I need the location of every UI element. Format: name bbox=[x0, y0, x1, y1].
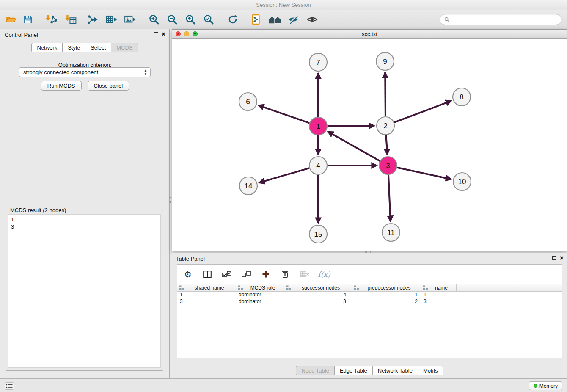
import-network-icon[interactable] bbox=[44, 13, 58, 26]
float-panel-icon[interactable] bbox=[154, 32, 158, 36]
graph-edge-2-9[interactable] bbox=[385, 72, 385, 116]
search-input[interactable] bbox=[452, 17, 557, 23]
column-header-name[interactable]: name bbox=[421, 284, 457, 291]
add-row-icon[interactable] bbox=[260, 269, 271, 280]
graph-node-11[interactable]: 11 bbox=[382, 224, 400, 241]
window-title: Session: New Session bbox=[256, 2, 311, 8]
graph-node-label: 14 bbox=[245, 182, 253, 190]
memory-button[interactable]: Memory bbox=[529, 381, 562, 390]
tab-edge-table[interactable]: Edge Table bbox=[335, 366, 373, 375]
column-edit-icon bbox=[354, 285, 359, 290]
search-box[interactable] bbox=[440, 14, 561, 25]
task-history-icon[interactable] bbox=[5, 382, 14, 390]
table-row[interactable]: 3 dominator 3 2 3 bbox=[177, 298, 562, 305]
graph-edge-2-3[interactable] bbox=[386, 135, 387, 155]
optimization-select-value: strongly connected component bbox=[23, 69, 98, 75]
close-panel-icon[interactable]: × bbox=[162, 32, 165, 36]
open-file-icon[interactable] bbox=[4, 13, 18, 26]
memory-status-icon bbox=[534, 384, 537, 388]
graph-node-15[interactable]: 15 bbox=[309, 225, 327, 243]
table-panel-tabs: Node Table Edge Table Network Table Moti… bbox=[172, 366, 567, 375]
graph-edge-1-6[interactable] bbox=[259, 105, 310, 123]
delete-rows-trash-icon[interactable] bbox=[280, 269, 291, 280]
graph-edge-1-2[interactable] bbox=[328, 126, 374, 126]
select-all-rows-icon[interactable] bbox=[221, 269, 232, 280]
graph-node-2[interactable]: 2 bbox=[377, 117, 394, 135]
graph-node-label: 7 bbox=[316, 58, 320, 66]
column-header-predecessor-nodes[interactable]: predecessor nodes bbox=[352, 284, 421, 291]
graph-node-label: 9 bbox=[383, 58, 387, 66]
control-panel-title: Control Panel bbox=[5, 32, 38, 38]
graph-node-6[interactable]: 6 bbox=[239, 93, 257, 110]
vertical-splitter-grip[interactable] bbox=[169, 196, 171, 203]
graph-edge-3-10[interactable] bbox=[397, 168, 451, 179]
zoom-fit-icon[interactable] bbox=[183, 13, 198, 26]
ndex-home-icon[interactable] bbox=[267, 13, 284, 26]
search-icon bbox=[444, 17, 450, 22]
tab-network-table[interactable]: Network Table bbox=[373, 366, 418, 375]
table-row[interactable]: 1 dominator 4 1 1 bbox=[177, 292, 562, 298]
tab-motifs[interactable]: Motifs bbox=[418, 366, 443, 375]
tab-mcds[interactable]: MCDS bbox=[111, 43, 138, 52]
main-toolbar bbox=[0, 10, 567, 29]
graph-node-8[interactable]: 8 bbox=[453, 88, 471, 106]
column-edit-icon bbox=[179, 285, 184, 290]
graph-node-label: 6 bbox=[246, 98, 250, 106]
tab-select[interactable]: Select bbox=[85, 43, 111, 52]
column-header-successor-nodes[interactable]: successor nodes bbox=[284, 284, 352, 291]
graph-edge-3-1[interactable] bbox=[328, 132, 380, 161]
toggle-columns-icon[interactable] bbox=[202, 269, 213, 280]
close-table-panel-icon[interactable]: × bbox=[560, 256, 564, 260]
float-table-panel-icon[interactable] bbox=[552, 256, 556, 260]
show-hide-eye-icon[interactable] bbox=[305, 13, 319, 26]
mcds-result-group: MCDS result (2 nodes) 1 3 bbox=[6, 210, 163, 371]
export-table-icon[interactable] bbox=[104, 13, 118, 26]
tab-node-table[interactable]: Node Table bbox=[296, 366, 335, 375]
graph-node-7[interactable]: 7 bbox=[309, 53, 327, 71]
graph-node-4[interactable]: 4 bbox=[309, 157, 327, 174]
save-session-icon[interactable] bbox=[21, 13, 35, 26]
horizontal-splitter-grip[interactable] bbox=[365, 251, 372, 253]
tab-style[interactable]: Style bbox=[63, 43, 85, 52]
close-panel-button[interactable]: Close panel bbox=[88, 81, 129, 91]
window-minimize-icon[interactable]: − bbox=[184, 31, 189, 36]
column-header-mcds-role[interactable]: MCDS role bbox=[236, 284, 284, 291]
tab-network[interactable]: Network bbox=[31, 43, 63, 52]
table-settings-gear-icon[interactable]: ⚙ bbox=[182, 269, 193, 280]
refresh-view-icon[interactable] bbox=[226, 13, 240, 26]
column-header-shared-name[interactable]: shared name bbox=[177, 284, 236, 291]
graph-node-10[interactable]: 10 bbox=[453, 173, 471, 190]
node-table: ⚙ bbox=[177, 264, 562, 358]
graph-node-label: 11 bbox=[387, 229, 395, 237]
graph-node-label: 3 bbox=[386, 162, 390, 170]
zoom-out-icon[interactable] bbox=[165, 13, 179, 26]
network-canvas[interactable]: 7968124314101511 bbox=[172, 39, 567, 251]
control-panel: Control Panel × Network Style Select MCD… bbox=[0, 29, 170, 378]
export-network-icon[interactable] bbox=[85, 13, 100, 26]
zoom-in-icon[interactable] bbox=[147, 13, 161, 26]
graph-node-label: 10 bbox=[458, 178, 466, 186]
graph-edge-3-11[interactable] bbox=[388, 175, 391, 221]
export-to-ndex-icon[interactable] bbox=[249, 13, 263, 26]
zoom-selected-icon[interactable] bbox=[201, 13, 216, 26]
graph-edge-2-8[interactable] bbox=[394, 101, 451, 122]
window-zoom-icon[interactable]: + bbox=[193, 31, 198, 36]
mcds-result-list[interactable]: 1 3 bbox=[8, 214, 161, 368]
import-table-icon[interactable] bbox=[63, 13, 78, 26]
window-close-icon[interactable]: × bbox=[176, 31, 181, 36]
table-panel-title: Table Panel bbox=[176, 256, 205, 262]
graph-node-3[interactable]: 3 bbox=[379, 157, 397, 174]
column-edit-icon bbox=[423, 285, 428, 290]
export-image-icon[interactable] bbox=[123, 13, 137, 26]
graph-node-1[interactable]: 1 bbox=[309, 117, 327, 135]
table-panel: Table Panel × ⚙ bbox=[172, 253, 567, 378]
graph-node-14[interactable]: 14 bbox=[239, 177, 257, 195]
graph-edge-4-14[interactable] bbox=[259, 168, 309, 183]
run-mcds-button[interactable]: Run MCDS bbox=[41, 81, 82, 91]
graph-node-9[interactable]: 9 bbox=[376, 52, 394, 70]
deselect-all-rows-icon[interactable] bbox=[241, 269, 252, 280]
graphics-details-icon[interactable] bbox=[286, 13, 300, 26]
mcds-result-line: 3 bbox=[11, 223, 158, 230]
optimization-select[interactable]: strongly connected component ▲▼ bbox=[19, 67, 151, 77]
title-bar: Session: New Session bbox=[0, 0, 567, 10]
